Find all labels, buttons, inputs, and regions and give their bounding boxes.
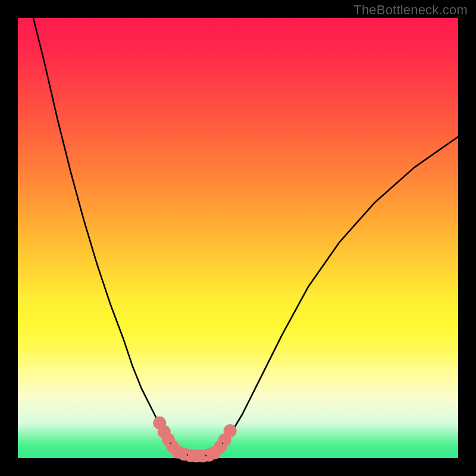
bottleneck-curve [33, 18, 458, 456]
marker-group [153, 416, 236, 463]
chart-frame: TheBottleneck.com [0, 0, 476, 476]
marker-joint [187, 454, 188, 455]
marker-joint [205, 455, 206, 456]
curve-layer [18, 18, 458, 458]
marker-joint [170, 443, 171, 444]
marker-joint [222, 443, 223, 444]
data-marker [224, 424, 237, 437]
watermark-text: TheBottleneck.com [353, 2, 468, 18]
curve-group [33, 18, 458, 456]
